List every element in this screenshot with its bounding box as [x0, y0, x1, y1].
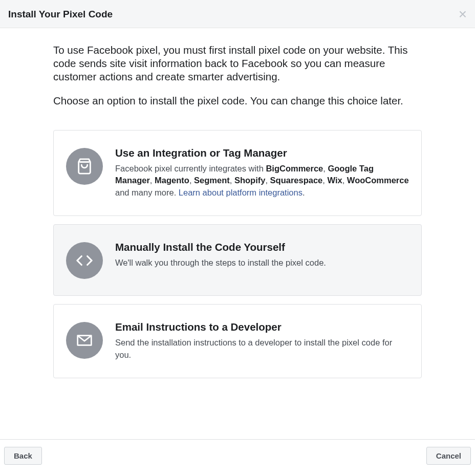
intro-text: To use Facebook pixel, you must first in… [53, 44, 422, 84]
option-manual-title: Manually Install the Code Yourself [115, 241, 409, 254]
platform-3: Segment [194, 176, 230, 185]
envelope-icon [66, 322, 103, 359]
desc-suffix: and many more. [115, 188, 179, 197]
code-icon [66, 242, 103, 279]
back-button[interactable]: Back [4, 447, 42, 465]
option-integration-text: Use an Integration or Tag Manager Facebo… [115, 147, 409, 199]
option-integration-desc: Facebook pixel currently integrates with… [115, 163, 409, 200]
platform-0: BigCommerce [266, 164, 323, 173]
platform-2: Magento [155, 176, 189, 185]
option-manual-text: Manually Install the Code Yourself We'll… [115, 241, 409, 269]
platform-4: Shopify [234, 176, 266, 185]
platform-6: Wix [327, 176, 342, 185]
option-email-text: Email Instructions to a Developer Send t… [115, 321, 409, 361]
platform-7: WooCommerce [347, 176, 409, 185]
option-email[interactable]: Email Instructions to a Developer Send t… [53, 304, 422, 378]
content-wrap: To use Facebook pixel, you must first in… [53, 44, 422, 378]
subintro-text: Choose an option to install the pixel co… [53, 94, 422, 107]
option-integration[interactable]: Use an Integration or Tag Manager Facebo… [53, 130, 422, 216]
desc-prefix: Facebook pixel currently integrates with [115, 164, 266, 173]
option-manual-desc: We'll walk you through the steps to inst… [115, 257, 409, 269]
option-manual[interactable]: Manually Install the Code Yourself We'll… [53, 224, 422, 296]
modal-title: Install Your Pixel Code [8, 9, 113, 20]
option-integration-title: Use an Integration or Tag Manager [115, 147, 409, 160]
learn-integrations-link[interactable]: Learn about platform integrations [179, 188, 303, 197]
desc-period: . [303, 188, 305, 197]
shopping-bag-icon [66, 148, 103, 185]
option-email-title: Email Instructions to a Developer [115, 321, 409, 334]
platform-5: Squarespace [270, 176, 323, 185]
modal-header: Install Your Pixel Code × [0, 0, 475, 28]
close-icon[interactable]: × [459, 7, 467, 21]
cancel-button[interactable]: Cancel [426, 447, 471, 465]
modal-footer: Back Cancel [0, 439, 475, 472]
modal-body: To use Facebook pixel, you must first in… [0, 28, 475, 378]
option-email-desc: Send the installation instructions to a … [115, 337, 409, 361]
